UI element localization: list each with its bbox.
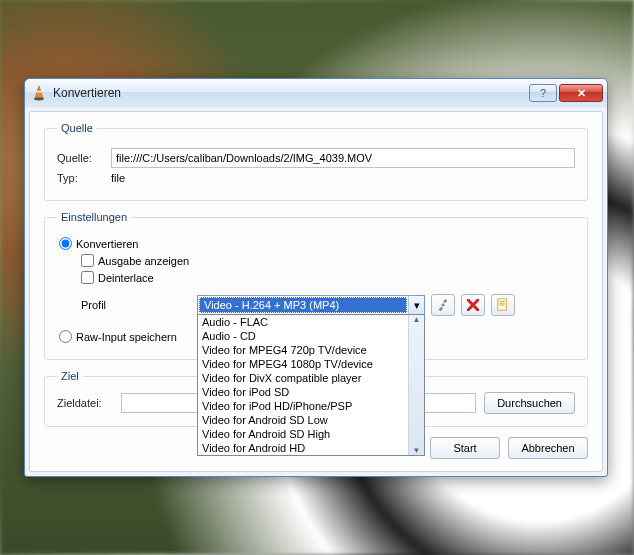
list-item[interactable]: Video for Android SD High	[198, 427, 424, 441]
type-value: file	[111, 172, 125, 184]
profile-selected: Video - H.264 + MP3 (MP4)	[199, 297, 407, 313]
source-legend: Quelle	[57, 122, 97, 134]
window-title: Konvertieren	[53, 86, 529, 100]
edit-profile-button[interactable]	[431, 294, 455, 316]
deinterlace-checkbox[interactable]	[81, 271, 94, 284]
list-item[interactable]: Video for iPod SD	[198, 385, 424, 399]
list-item[interactable]: Video for Android HD	[198, 441, 424, 455]
svg-rect-3	[441, 303, 445, 307]
browse-button[interactable]: Durchsuchen	[484, 392, 575, 414]
source-input[interactable]	[111, 148, 575, 168]
titlebar[interactable]: Konvertieren ? ✕	[25, 79, 607, 107]
cancel-button[interactable]: Abbrechen	[508, 437, 588, 459]
profile-dropdown-list[interactable]: Audio - FLAC Audio - CD Video for MPEG4 …	[197, 314, 425, 456]
delete-icon	[467, 299, 479, 311]
dialog-client-area: Quelle Quelle: Typ: file Einstellungen K…	[29, 111, 603, 472]
list-item[interactable]: Video for iPod HD/iPhone/PSP	[198, 399, 424, 413]
list-item[interactable]: Video for Android SD Low	[198, 413, 424, 427]
convert-radio[interactable]	[59, 237, 72, 250]
deinterlace-label: Deinterlace	[98, 272, 154, 284]
list-item[interactable]: Video for MPEG4 720p TV/device	[198, 343, 424, 357]
raw-input-label: Raw-Input speichern	[76, 331, 177, 343]
type-label: Typ:	[57, 172, 105, 184]
help-icon: ?	[540, 87, 546, 99]
source-group: Quelle Quelle: Typ: file	[44, 122, 588, 201]
close-icon: ✕	[577, 87, 586, 100]
start-button[interactable]: Start	[430, 437, 500, 459]
scrollbar[interactable]: ▲▼	[408, 315, 424, 455]
target-legend: Ziel	[57, 370, 83, 382]
settings-legend: Einstellungen	[57, 211, 131, 223]
convert-radio-label: Konvertieren	[76, 238, 138, 250]
new-profile-button[interactable]	[491, 294, 515, 316]
list-item[interactable]: Audio - CD	[198, 329, 424, 343]
profile-label: Profil	[81, 299, 191, 311]
profile-combobox[interactable]: Video - H.264 + MP3 (MP4) ▾ Audio - FLAC…	[197, 295, 425, 315]
chevron-down-icon[interactable]: ▾	[408, 296, 424, 314]
svg-point-2	[34, 98, 44, 101]
list-item[interactable]: Video for DivX compatible player	[198, 371, 424, 385]
tools-icon	[436, 298, 450, 312]
target-label: Zieldatei:	[57, 397, 113, 409]
list-item[interactable]: Audio - FLAC	[198, 315, 424, 329]
show-output-label: Ausgabe anzeigen	[98, 255, 189, 267]
raw-input-radio[interactable]	[59, 330, 72, 343]
source-label: Quelle:	[57, 152, 105, 164]
convert-dialog-window: Konvertieren ? ✕ Quelle Quelle: Typ: fil…	[24, 78, 608, 477]
svg-rect-1	[37, 91, 42, 92]
settings-group: Einstellungen Konvertieren Ausgabe anzei…	[44, 211, 588, 360]
new-profile-icon	[496, 298, 510, 312]
list-item[interactable]: Video for MPEG4 1080p TV/device	[198, 357, 424, 371]
help-button[interactable]: ?	[529, 84, 557, 102]
delete-profile-button[interactable]	[461, 294, 485, 316]
show-output-checkbox[interactable]	[81, 254, 94, 267]
app-icon	[31, 85, 47, 101]
close-button[interactable]: ✕	[559, 84, 603, 102]
